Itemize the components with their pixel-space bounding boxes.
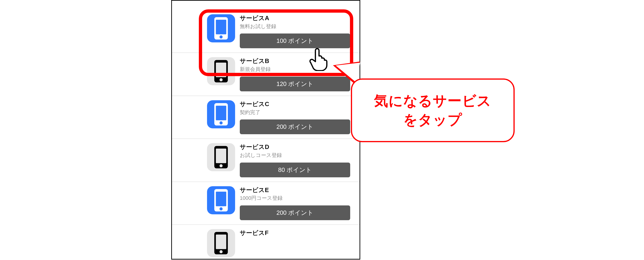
svg-rect-4 bbox=[216, 63, 226, 77]
service-row[interactable]: サービスD お試しコース登録 80 ポイント bbox=[172, 139, 360, 182]
phone-icon bbox=[207, 186, 235, 214]
points-button[interactable]: 80 ポイント bbox=[240, 163, 350, 177]
points-button[interactable]: 200 ポイント bbox=[240, 119, 350, 134]
svg-rect-10 bbox=[216, 149, 226, 163]
service-title: サービスD bbox=[240, 143, 350, 151]
service-list: サービスA 無料お試し登録 100 ポイント サービスB 新規会員登録 120 … bbox=[172, 10, 360, 259]
svg-point-11 bbox=[220, 164, 222, 167]
svg-point-5 bbox=[220, 78, 222, 81]
svg-rect-13 bbox=[216, 192, 226, 206]
service-row[interactable]: サービスE 1000円コース登録 200 ポイント bbox=[172, 182, 360, 225]
svg-point-8 bbox=[220, 121, 222, 124]
phone-icon bbox=[207, 229, 235, 257]
callout-line2: をタップ bbox=[403, 112, 462, 128]
service-row[interactable]: サービスF bbox=[172, 225, 360, 259]
svg-rect-7 bbox=[216, 106, 226, 120]
phone-icon bbox=[207, 100, 235, 128]
points-button[interactable]: 100 ポイント bbox=[240, 34, 350, 48]
service-subtitle: お試しコース登録 bbox=[240, 152, 350, 159]
service-subtitle: 1000円コース登録 bbox=[240, 195, 350, 202]
service-title: サービスA bbox=[240, 14, 350, 22]
service-row[interactable]: サービスA 無料お試し登録 100 ポイント bbox=[172, 10, 360, 53]
phone-icon bbox=[207, 57, 235, 85]
svg-rect-1 bbox=[216, 20, 226, 34]
service-title: サービスF bbox=[240, 229, 350, 237]
service-row[interactable]: サービスC 契約完了 200 ポイント bbox=[172, 96, 360, 139]
service-subtitle: 契約完了 bbox=[240, 109, 350, 116]
callout-bubble: 気になるサービス をタップ bbox=[351, 79, 515, 142]
svg-point-17 bbox=[220, 250, 222, 253]
svg-point-2 bbox=[220, 35, 222, 39]
service-title: サービスC bbox=[240, 100, 350, 108]
phone-icon bbox=[207, 143, 235, 171]
svg-rect-16 bbox=[216, 234, 226, 249]
callout-line1: 気になるサービス bbox=[374, 93, 492, 109]
app-frame: サービスA 無料お試し登録 100 ポイント サービスB 新規会員登録 120 … bbox=[171, 0, 360, 259]
points-button[interactable]: 200 ポイント bbox=[240, 205, 350, 220]
service-subtitle: 無料お試し登録 bbox=[240, 23, 350, 30]
phone-icon bbox=[207, 14, 235, 42]
service-title: サービスE bbox=[240, 186, 350, 194]
svg-point-14 bbox=[220, 207, 222, 210]
